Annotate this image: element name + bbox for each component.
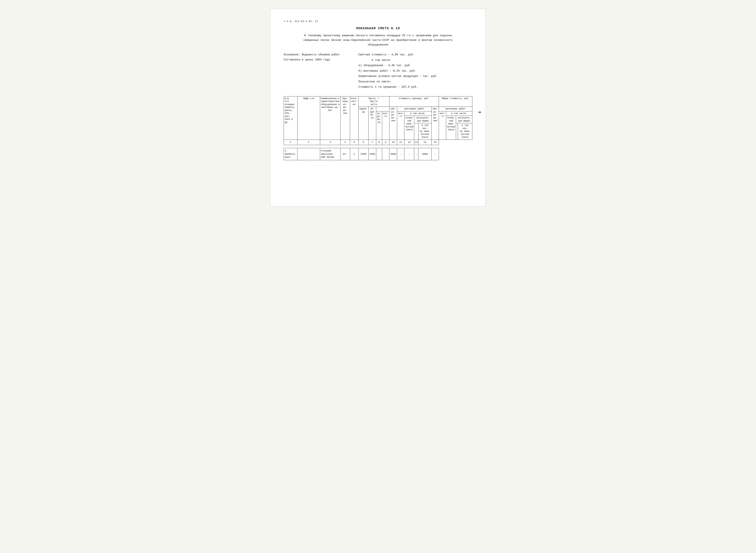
header-mass-total: об-щая ба-за — [368, 107, 376, 140]
row-mass-total: 2680 — [368, 148, 376, 160]
col-num-5: 5 — [350, 140, 359, 145]
row-cost-montazh-expl: – — [414, 148, 418, 160]
row-num: I. Прейску-рант — [284, 148, 298, 160]
indicators-label: Показатели по смете: — [359, 79, 472, 84]
header-mass-each: едини-цы — [359, 107, 368, 140]
col-num-11: 11 — [397, 140, 404, 145]
header-unit-vtchisle: в том числе. — [404, 111, 432, 116]
header-code: Шифр и № — [297, 96, 320, 140]
row-total-equip: 3000 — [418, 148, 432, 160]
header-name: Наименование ихарактеристикаоборудования… — [320, 96, 341, 140]
header-montazh-unit: монтажных работ — [397, 107, 432, 111]
col-num-12: 12 — [404, 140, 414, 145]
col-num-1: 1 — [284, 140, 298, 145]
header-oborud-unit: обо-ру-до-ва-ния — [389, 107, 397, 140]
row-cost-montazh-osnov: – — [404, 148, 414, 160]
cost-per-ha: Стоимость 1 га орошения – 187,6 руб. — [359, 85, 472, 90]
header-total-cost: Общая стоимость, руб. — [439, 96, 472, 107]
meta-section: Основание: Ведомость объемов работ Соста… — [284, 52, 472, 90]
row-name: Станция насоснаяСНП 50/80 — [320, 148, 341, 160]
col-num-2: 2 — [297, 140, 320, 145]
header-unit: Еди-ницаиз-ме-ре-ния — [341, 96, 350, 140]
header-unit-expl-salary: в том чис-ле зара-ботнойплаты — [418, 123, 432, 140]
row-cost-equip: 3000 — [389, 148, 397, 160]
estimate-table: № №п/п позиции,прейску-ранта,УСН, цен-ни… — [284, 96, 472, 160]
table-row: I. Прейску-рант Станция насоснаяСНП 50/8… — [284, 148, 472, 160]
row-total-montazh-vsego: – — [432, 148, 439, 160]
basis-label: Основание: Ведомость объемов работ — [284, 52, 350, 57]
col-num-3: 3 — [320, 140, 341, 145]
header-qty: Коли-чест-во — [350, 96, 359, 140]
col-num-13: 13 — [414, 140, 418, 145]
document-page: т.е.р. 411-03-4 ал. II ЛОКАЛЬНАЯ СМЕТА №… — [270, 9, 486, 207]
header-pu: пу-до-ба-ро — [376, 111, 382, 140]
row-unit: шт. — [341, 148, 350, 160]
document-reference: т.е.р. 411-03-4 ал. II — [284, 20, 472, 23]
normative-label: Нормативная условно-чистая продукция – т… — [359, 74, 472, 79]
header-unit-expluatatsii: эксплуата-ции машин — [414, 116, 432, 123]
header-total-expluatatsii: эксплуата-ции машин — [456, 116, 472, 123]
row-go — [382, 148, 389, 160]
row-code — [297, 148, 320, 160]
header-total-osnov: основ-нойзара-ботнойплаты — [446, 116, 456, 140]
col-num-15: 15 — [432, 140, 439, 145]
header-unit-montazh-vsego: все-го — [397, 111, 404, 140]
header-total-montazh-vsego: все-го — [439, 111, 446, 140]
meta-right: Сметная стоимость – 4,69 тыс. руб. в том… — [359, 52, 472, 90]
document-title: ЛОКАЛЬНАЯ СМЕТА № 10 — [284, 26, 472, 30]
header-go: все-го — [382, 111, 389, 140]
header-unit-expl-total — [414, 123, 418, 140]
header-unit-osnov: основ-нойзара-ботнойплаты — [404, 116, 414, 140]
header-cost-unit: Стоимость единицы, руб. — [389, 96, 439, 107]
cost-installation: б) монтажных работ – 0,33 тыс. руб. — [359, 69, 472, 74]
table-header-row-1: № №п/п позиции,прейску-ранта,УСН, цен-ни… — [284, 96, 472, 107]
header-total-expl-total — [456, 123, 458, 140]
document-subtitle: К типовому проектному решению лесного пи… — [284, 33, 472, 47]
row-qty: I — [350, 148, 359, 160]
header-mass: Масса, тбруттонетто — [359, 96, 389, 107]
col-num-7: 7 — [368, 140, 376, 145]
header-oborud-total: обо-ру-до-ва-ния — [432, 107, 439, 140]
header-num: № №п/п позиции,прейску-ранта,УСН, цен-ни… — [284, 96, 298, 140]
cost-total: Сметная стоимость – 4,69 тыс. руб. — [359, 52, 472, 57]
header-total-vtchisle: в том числе: — [446, 111, 472, 116]
col-num-6: 6 — [359, 140, 368, 145]
header-mass-empty1 — [376, 107, 389, 111]
gap-row — [284, 145, 472, 148]
row-mass-each: 2680 — [359, 148, 368, 160]
col-num-14: 14 — [418, 140, 432, 145]
edge-mark: ∞ — [478, 110, 482, 115]
header-total-expl-salary: в том чис-ле зара-ботнойплаты — [458, 123, 472, 140]
row-pu — [376, 148, 382, 160]
col-num-4: 4 — [341, 140, 350, 145]
composed-label: Составлена в ценах 1984 года — [284, 57, 350, 62]
row-cost-montazh-vsego: – — [397, 148, 404, 160]
col-num-9: 9 — [382, 140, 389, 145]
col-num-10: 10 — [389, 140, 397, 145]
cost-equipment: а) оборудования – 4,36 тыс. руб. — [359, 63, 472, 68]
table-col-numbers: 1 2 3 4 5 6 7 8 9 10 11 12 13 14 15 — [284, 140, 472, 145]
col-num-8: 8 — [376, 140, 382, 145]
including-label: в том числе: — [359, 58, 472, 63]
meta-left: Основание: Ведомость объемов работ Соста… — [284, 52, 350, 90]
header-montazh-total-grp: монтажных работ — [439, 107, 472, 111]
